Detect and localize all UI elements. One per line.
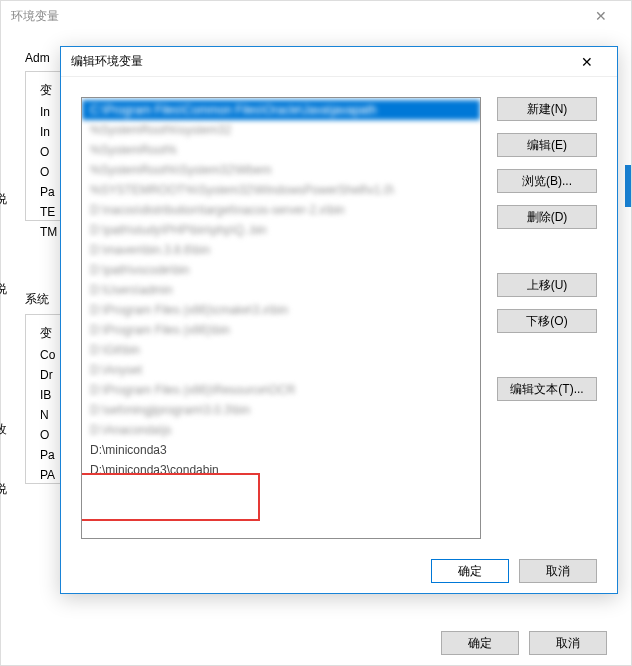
path-entry[interactable]: D:\path\study\PHP\bin\php\Q..bin	[82, 220, 480, 240]
highlight-annotation	[81, 473, 260, 521]
list-item[interactable]: IB	[40, 388, 55, 402]
outer-footer: 确定 取消	[441, 631, 607, 655]
side-label: 改	[0, 421, 7, 438]
list-item[interactable]: 变	[40, 325, 55, 342]
path-entry[interactable]: %SYSTEMROOT%\System32\WindowsPowerShell\…	[82, 180, 480, 200]
close-icon[interactable]: ✕	[581, 8, 621, 24]
edit-button[interactable]: 编辑(E)	[497, 133, 597, 157]
inner-titlebar: 编辑环境变量 ✕	[61, 47, 617, 77]
path-entry[interactable]: D:\Program Files (x86)\bin	[82, 320, 480, 340]
list-item[interactable]: In	[40, 125, 57, 139]
list-item[interactable]: O	[40, 165, 57, 179]
inner-title: 编辑环境变量	[71, 53, 567, 70]
path-list[interactable]: C:\Program Files\Common Files\Oracle\Jav…	[81, 97, 481, 539]
list-item[interactable]: PA	[40, 468, 55, 482]
path-entry[interactable]: %SystemRoot%\system32	[82, 120, 480, 140]
list-item[interactable]: Dr	[40, 368, 55, 382]
list-item[interactable]: 变	[40, 82, 57, 99]
outer-ok-button[interactable]: 确定	[441, 631, 519, 655]
edit-var-dialog: 编辑环境变量 ✕ C:\Program Files\Common Files\O…	[60, 46, 618, 594]
inner-cancel-button[interactable]: 取消	[519, 559, 597, 583]
delete-button[interactable]: 删除(D)	[497, 205, 597, 229]
path-entry[interactable]: C:\Program Files\Common Files\Oracle\Jav…	[82, 100, 480, 120]
path-entry[interactable]: D:\Users\admin	[82, 280, 480, 300]
list-item[interactable]: N	[40, 408, 55, 422]
edit-text-button[interactable]: 编辑文本(T)...	[497, 377, 597, 401]
path-entry[interactable]: D:\miniconda3\condabin	[82, 460, 480, 480]
move-up-button[interactable]: 上移(U)	[497, 273, 597, 297]
path-entry[interactable]: D:\Git\bin	[82, 340, 480, 360]
list-item[interactable]: Pa	[40, 448, 55, 462]
outer-title: 环境变量	[11, 8, 581, 25]
outer-cancel-button[interactable]: 取消	[529, 631, 607, 655]
inner-ok-button[interactable]: 确定	[431, 559, 509, 583]
path-entry[interactable]: D:\miniconda3	[82, 440, 480, 460]
path-entry[interactable]: %SystemRoot%\System32\Wbem	[82, 160, 480, 180]
list-item[interactable]: Pa	[40, 185, 57, 199]
path-entry[interactable]: D:\nacos\distribution\target\nacos-serve…	[82, 200, 480, 220]
list-item[interactable]: O	[40, 428, 55, 442]
button-column: 新建(N) 编辑(E) 浏览(B)... 删除(D) 上移(U) 下移(O) 编…	[497, 97, 597, 539]
path-entry[interactable]: D:\Program Files (x86)\Resource\OCR	[82, 380, 480, 400]
move-down-button[interactable]: 下移(O)	[497, 309, 597, 333]
path-entry[interactable]: D:\path\vscode\bin	[82, 260, 480, 280]
decorative-edge	[625, 165, 631, 207]
list-item[interactable]: In	[40, 105, 57, 119]
inner-footer: 确定 取消	[61, 549, 617, 593]
new-button[interactable]: 新建(N)	[497, 97, 597, 121]
outer-titlebar: 环境变量 ✕	[1, 1, 631, 31]
list-item[interactable]: O	[40, 145, 57, 159]
list-item[interactable]: Co	[40, 348, 55, 362]
side-label: 说	[0, 481, 7, 498]
browse-button[interactable]: 浏览(B)...	[497, 169, 597, 193]
path-entry[interactable]: D:\set\mingjiprogram\3.0.3\bin	[82, 400, 480, 420]
list-item[interactable]: TE	[40, 205, 57, 219]
side-label: 说	[0, 281, 7, 298]
close-icon[interactable]: ✕	[567, 54, 607, 70]
path-entry[interactable]: D:\Anyset	[82, 360, 480, 380]
path-entry[interactable]: D:\Program Files (x86)\cmake\3.x\bin	[82, 300, 480, 320]
path-entry[interactable]: D:\Anaconda\js	[82, 420, 480, 440]
list-item[interactable]: TM	[40, 225, 57, 239]
path-entry[interactable]: D:\maven\bin.3.8.6\bin	[82, 240, 480, 260]
path-entry[interactable]: %SystemRoot%	[82, 140, 480, 160]
side-label: 说	[0, 191, 7, 208]
